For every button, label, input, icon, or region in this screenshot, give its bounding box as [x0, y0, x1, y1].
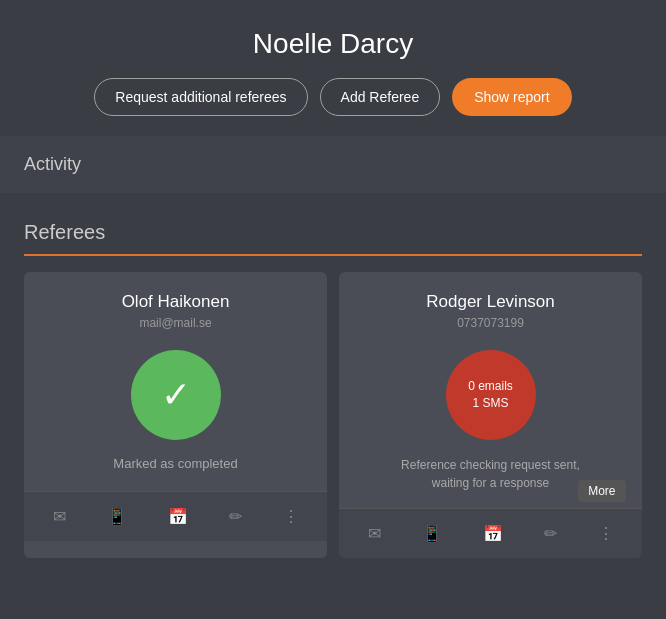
show-report-button[interactable]: Show report: [452, 78, 571, 116]
referee-card-rodger: Rodger Levinson 0737073199 0 emails 1 SM…: [339, 272, 642, 558]
card-body-rodger: Rodger Levinson 0737073199 0 emails 1 SM…: [339, 272, 642, 508]
card-body-olof: Olof Haikonen mail@mail.se ✓ Marked as c…: [24, 272, 327, 491]
card-footer-rodger: ✉ 📱 📅 ✏ ⋮ More: [339, 508, 642, 558]
card-footer-olof: ✉ 📱 📅 ✏ ⋮: [24, 491, 327, 541]
referees-cards-row: Olof Haikonen mail@mail.se ✓ Marked as c…: [0, 256, 666, 558]
email-icon[interactable]: ✉: [45, 499, 74, 534]
status-circle-red: 0 emails 1 SMS: [446, 350, 536, 440]
referee-name-rodger: Rodger Levinson: [355, 292, 626, 312]
referee-name-olof: Olof Haikonen: [40, 292, 311, 312]
referee-card-olof: Olof Haikonen mail@mail.se ✓ Marked as c…: [24, 272, 327, 558]
header-buttons: Request additional referees Add Referee …: [20, 78, 646, 116]
request-referees-button[interactable]: Request additional referees: [94, 78, 307, 116]
add-referee-button[interactable]: Add Referee: [320, 78, 441, 116]
activity-heading: Activity: [24, 154, 642, 175]
edit-icon[interactable]: ✏: [221, 499, 250, 534]
referees-section: Referees: [0, 205, 666, 256]
status-line1: Reference checking request sent,: [401, 458, 580, 472]
status-circle-green: ✓: [131, 350, 221, 440]
header: Noelle Darcy Request additional referees…: [0, 0, 666, 136]
status-line2: waiting for a response: [432, 476, 549, 490]
referees-heading: Referees: [24, 221, 642, 256]
activity-section: Activity: [0, 136, 666, 193]
more-icon[interactable]: ⋮: [275, 499, 307, 534]
referee-phone-rodger: 0737073199: [355, 316, 626, 330]
more-dots: ⋮: [598, 524, 614, 543]
calendar-icon-rodger[interactable]: 📅: [475, 516, 511, 551]
phone-icon[interactable]: 📱: [99, 499, 135, 534]
edit-icon-rodger[interactable]: ✏: [536, 516, 565, 551]
calendar-icon[interactable]: 📅: [160, 499, 196, 534]
phone-icon-rodger[interactable]: 📱: [414, 516, 450, 551]
more-icon-rodger[interactable]: ⋮ More: [590, 516, 622, 551]
card-status-olof: Marked as completed: [40, 456, 311, 471]
circle-emails-text: 0 emails: [468, 378, 513, 395]
card-status-rodger: Reference checking request sent, waiting…: [355, 456, 626, 492]
referee-email-olof: mail@mail.se: [40, 316, 311, 330]
circle-sms-text: 1 SMS: [472, 395, 508, 412]
checkmark-icon: ✓: [161, 374, 191, 416]
email-icon-rodger[interactable]: ✉: [360, 516, 389, 551]
page-title: Noelle Darcy: [20, 28, 646, 60]
